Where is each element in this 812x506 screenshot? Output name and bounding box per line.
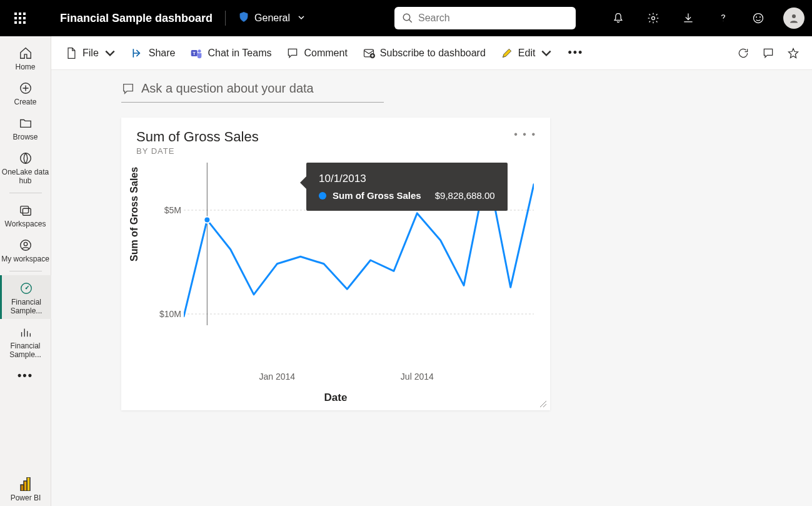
chat-bubble-icon (121, 82, 135, 96)
svg-rect-19 (23, 208, 31, 215)
subscribe-button[interactable]: Subscribe to dashboard (356, 43, 492, 63)
nav-label: Create (14, 98, 36, 106)
subscribe-label: Subscribe to dashboard (380, 48, 486, 59)
home-icon (18, 45, 34, 61)
tile-more-icon[interactable]: • • • (514, 129, 536, 140)
separator (9, 271, 42, 271)
sensitivity-label-dropdown[interactable]: General (238, 11, 305, 25)
x-tick: Jan 2014 (259, 372, 296, 382)
nav-onelake[interactable]: OneLake data hub (0, 145, 51, 189)
app-launcher-icon[interactable] (8, 6, 33, 31)
plus-circle-icon (18, 80, 34, 96)
x-tick: Jul 2014 (401, 372, 434, 382)
chevron-down-icon (298, 13, 305, 24)
nav-label: Browse (13, 133, 38, 141)
help-icon[interactable] (711, 6, 736, 31)
svg-rect-4 (19, 17, 21, 19)
chevron-down-icon (540, 47, 553, 59)
nav-label: Power BI (11, 493, 41, 502)
tooltip-date: 10/1/2013 (319, 173, 495, 185)
resize-handle-icon[interactable] (539, 399, 546, 407)
nav-workspaces[interactable]: Workspaces (0, 197, 51, 232)
nav-home[interactable]: Home (0, 40, 51, 75)
svg-text:T: T (193, 50, 196, 56)
svg-point-15 (792, 14, 796, 18)
settings-icon[interactable] (641, 6, 666, 31)
x-axis-label: Date (324, 392, 348, 404)
svg-point-17 (20, 153, 31, 164)
nav-powerbi-brand[interactable]: Power BI (0, 471, 51, 506)
refresh-icon[interactable] (732, 42, 754, 64)
notifications-icon[interactable] (606, 6, 631, 31)
left-nav: Home Create Browse OneLake data hub Work… (0, 36, 51, 506)
svg-point-14 (760, 17, 761, 18)
nav-more-icon[interactable]: ••• (18, 363, 33, 388)
nav-financial-report[interactable]: Financial Sample... (0, 319, 51, 363)
share-icon (131, 47, 144, 59)
feedback-icon[interactable] (746, 6, 771, 31)
edit-label: Edit (518, 48, 536, 59)
chat-teams-button[interactable]: T Chat in Teams (184, 43, 278, 63)
person-circle-icon (18, 237, 34, 253)
search-input[interactable] (418, 13, 568, 24)
nav-label: Home (15, 63, 35, 71)
nav-label: My workspace (1, 255, 49, 263)
search-icon (402, 13, 413, 24)
tile-title: Sum of Gross Sales (136, 129, 535, 145)
share-label: Share (149, 48, 176, 59)
comments-pane-icon[interactable] (757, 42, 779, 64)
gauge-icon (18, 280, 34, 296)
file-icon (65, 47, 78, 59)
account-avatar[interactable] (783, 8, 804, 29)
favorite-star-icon[interactable] (782, 42, 804, 64)
svg-point-23 (26, 288, 28, 290)
svg-rect-0 (14, 13, 17, 15)
download-icon[interactable] (676, 6, 701, 31)
onelake-icon (18, 150, 34, 166)
svg-rect-7 (19, 21, 21, 24)
bar-chart-icon (18, 324, 34, 340)
qna-input[interactable]: Ask a question about your data (121, 81, 384, 103)
nav-label: Financial Sample... (2, 298, 51, 315)
pencil-icon (501, 47, 513, 59)
divider (225, 11, 226, 26)
more-commands-icon[interactable]: ••• (561, 43, 589, 63)
teams-icon: T (190, 47, 203, 59)
command-bar: File Share T Chat in Teams Comment Subsc… (51, 36, 812, 70)
svg-rect-18 (20, 206, 28, 213)
nav-create[interactable]: Create (0, 75, 51, 110)
comment-label: Comment (304, 48, 347, 59)
svg-rect-2 (23, 13, 26, 15)
nav-financial-dashboard[interactable]: Financial Sample... (0, 275, 51, 319)
file-menu[interactable]: File (59, 43, 123, 63)
chart-tile[interactable]: Sum of Gross Sales BY DATE • • • Sum of … (121, 118, 550, 410)
svg-point-9 (403, 14, 410, 21)
nav-label: Financial Sample... (0, 342, 51, 359)
content-area: File Share T Chat in Teams Comment Subsc… (51, 36, 812, 506)
svg-point-35 (204, 217, 210, 223)
chat-label: Chat in Teams (208, 48, 271, 59)
top-header: Financial Sample dashboard General (0, 0, 812, 36)
svg-point-11 (652, 17, 655, 20)
comment-icon (286, 47, 299, 59)
y-tick: $10M (150, 309, 181, 319)
svg-line-10 (409, 19, 412, 23)
dashboard-title: Financial Sample dashboard (60, 12, 213, 25)
subscribe-icon (363, 47, 375, 59)
nav-label: Workspaces (5, 220, 46, 228)
shield-icon (238, 11, 249, 25)
svg-rect-8 (23, 21, 26, 24)
share-button[interactable]: Share (125, 43, 182, 63)
edit-menu[interactable]: Edit (494, 43, 559, 63)
separator (9, 193, 42, 193)
comment-button[interactable]: Comment (280, 43, 353, 63)
y-tick: $5M (150, 205, 181, 215)
nav-browse[interactable]: Browse (0, 110, 51, 145)
nav-my-workspace[interactable]: My workspace (0, 232, 51, 267)
svg-point-13 (756, 17, 757, 18)
chevron-down-icon (104, 47, 116, 59)
search-box[interactable] (394, 7, 576, 29)
svg-rect-5 (23, 17, 26, 19)
sensitivity-label-text: General (254, 13, 290, 24)
file-label: File (83, 48, 99, 59)
